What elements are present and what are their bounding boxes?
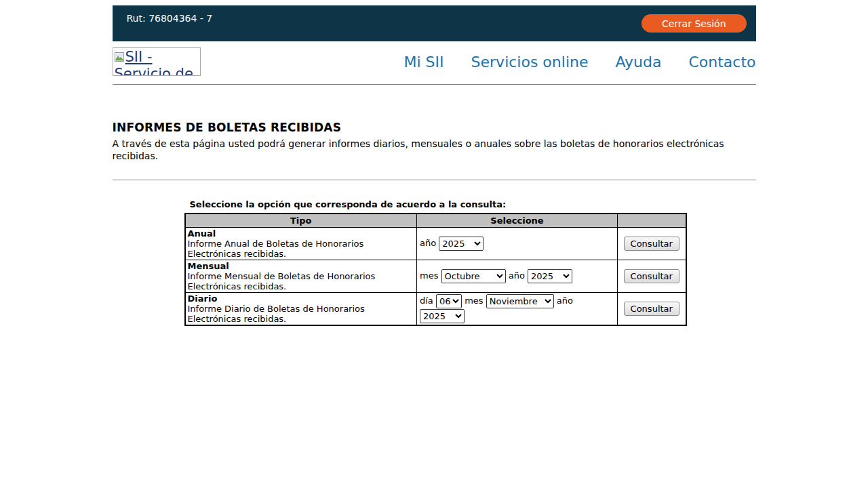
header-divider bbox=[113, 84, 756, 85]
diario-anio-select[interactable]: 2025 bbox=[420, 309, 465, 323]
anio-label: año bbox=[420, 238, 436, 248]
session-topbar: Rut: 76804364 - 7 Cerrar Sesión bbox=[113, 5, 756, 41]
action-cell-anual: Consultar bbox=[618, 227, 686, 260]
sii-logo-alt-text: SII - Servicio de bbox=[115, 49, 193, 76]
diario-dia-select[interactable]: 06 bbox=[436, 294, 462, 308]
rut-label: Rut: 76804364 - 7 bbox=[113, 5, 213, 24]
table-row-mensual: Mensual Informe Mensual de Boletas de Ho… bbox=[185, 260, 686, 292]
mensual-anio-select[interactable]: 2025 bbox=[528, 269, 572, 283]
page-description: A través de esta página usted podrá gene… bbox=[113, 138, 756, 162]
mes-label: mes bbox=[420, 270, 438, 281]
anio-label: año bbox=[509, 270, 525, 281]
nav-link-servicios-online[interactable]: Servicios online bbox=[471, 54, 589, 70]
tipo-label: Diario bbox=[188, 293, 218, 304]
seleccione-cell-anual: año 2025 bbox=[417, 227, 618, 260]
informes-table: Tipo Seleccione Anual Informe Anual de B… bbox=[184, 213, 687, 326]
anual-anio-select[interactable]: 2025 bbox=[439, 237, 484, 251]
tipo-description: Informe Diario de Boletas de Honorarios … bbox=[188, 304, 365, 324]
consulta-section: Seleccione la opción que corresponda de … bbox=[184, 199, 756, 326]
consultar-diario-button[interactable]: Consultar bbox=[624, 302, 679, 316]
table-row-anual: Anual Informe Anual de Boletas de Honora… bbox=[185, 227, 686, 260]
tipo-description: Informe Mensual de Boletas de Honorarios… bbox=[188, 271, 376, 291]
dia-label: día bbox=[420, 296, 433, 306]
tipo-cell-diario: Diario Informe Diario de Boletas de Hono… bbox=[185, 292, 417, 325]
column-header-seleccione: Seleccione bbox=[417, 214, 618, 227]
table-header-row: Tipo Seleccione bbox=[185, 214, 686, 227]
content-divider bbox=[113, 180, 756, 180]
tipo-label: Anual bbox=[188, 228, 216, 239]
anio-label: año bbox=[557, 296, 573, 306]
nav-link-contacto[interactable]: Contacto bbox=[688, 54, 755, 70]
page-title: INFORMES DE BOLETAS RECIBIDAS bbox=[113, 121, 756, 134]
action-cell-diario: Consultar bbox=[618, 292, 686, 325]
diario-mes-select[interactable]: Noviembre bbox=[486, 294, 554, 308]
consultar-mensual-button[interactable]: Consultar bbox=[624, 269, 679, 283]
column-header-action bbox=[618, 214, 686, 227]
seleccione-cell-mensual: mes Octubre año 2025 bbox=[417, 260, 618, 292]
table-row-diario: Diario Informe Diario de Boletas de Hono… bbox=[185, 292, 686, 325]
broken-image-icon bbox=[115, 49, 124, 66]
page-container: Rut: 76804364 - 7 Cerrar Sesión SII - Se… bbox=[113, 5, 756, 326]
tipo-cell-mensual: Mensual Informe Mensual de Boletas de Ho… bbox=[185, 260, 417, 292]
header-row: SII - Servicio de Mi SII Servicios onlin… bbox=[113, 41, 756, 84]
consultar-anual-button[interactable]: Consultar bbox=[624, 237, 679, 251]
tipo-description: Informe Anual de Boletas de Honorarios E… bbox=[188, 239, 364, 259]
nav-link-ayuda[interactable]: Ayuda bbox=[615, 54, 661, 70]
tipo-label: Mensual bbox=[188, 261, 229, 271]
mes-label: mes bbox=[465, 296, 483, 306]
tipo-cell-anual: Anual Informe Anual de Boletas de Honora… bbox=[185, 227, 417, 260]
seleccione-cell-diario: día 06 mes Noviembre año 2025 bbox=[417, 292, 618, 325]
nav-link-mi-sii[interactable]: Mi SII bbox=[404, 54, 444, 70]
action-cell-mensual: Consultar bbox=[618, 260, 686, 292]
column-header-tipo: Tipo bbox=[185, 214, 417, 227]
logout-button[interactable]: Cerrar Sesión bbox=[642, 14, 747, 33]
mensual-mes-select[interactable]: Octubre bbox=[441, 269, 506, 283]
main-nav: Mi SII Servicios online Ayuda Contacto bbox=[404, 54, 756, 70]
consulta-prompt: Seleccione la opción que corresponda de … bbox=[184, 199, 756, 209]
sii-logo-link[interactable]: SII - Servicio de bbox=[113, 47, 201, 76]
